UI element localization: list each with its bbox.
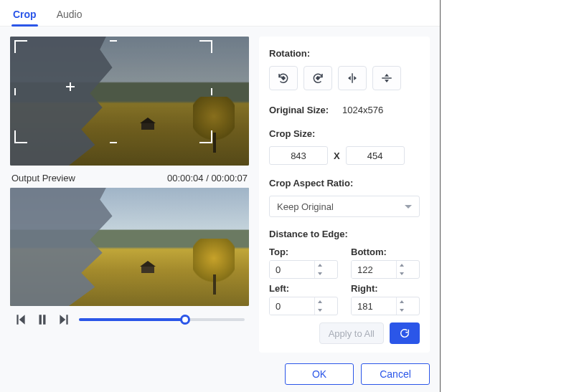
edge-top-label: Top: — [269, 247, 338, 257]
flip-horizontal-button[interactable] — [338, 66, 367, 90]
flip-vertical-button[interactable] — [372, 66, 401, 90]
stepper-up-icon[interactable] — [315, 297, 324, 306]
flip-horizontal-icon — [346, 72, 359, 85]
stepper-up-icon[interactable] — [397, 297, 406, 306]
edge-bottom-label: Bottom: — [351, 247, 420, 257]
edge-right-label: Right: — [351, 283, 420, 294]
aspect-ratio-label: Crop Aspect Ratio: — [269, 178, 420, 188]
next-frame-button[interactable] — [57, 313, 70, 326]
crop-handle-bl[interactable] — [14, 130, 27, 143]
crop-handle-bottom[interactable] — [110, 142, 117, 143]
stepper-down-icon[interactable] — [315, 306, 324, 315]
tab-bar: Crop Audio — [0, 0, 440, 27]
original-size-label: Original Size: — [269, 105, 335, 115]
edge-left-label: Left: — [269, 283, 338, 294]
crop-center-icon — [66, 82, 75, 91]
edge-left-input[interactable] — [269, 297, 338, 315]
crop-handle-tl[interactable] — [14, 40, 27, 53]
crop-handle-right[interactable] — [211, 88, 212, 95]
crop-canvas[interactable] — [10, 37, 249, 166]
crop-handle-br[interactable] — [199, 130, 212, 143]
pause-button[interactable] — [36, 313, 49, 326]
crop-handle-top[interactable] — [110, 40, 117, 42]
edge-top-input[interactable] — [269, 260, 338, 279]
chevron-down-icon — [405, 205, 412, 209]
size-separator: X — [332, 150, 342, 161]
crop-height-input[interactable] — [346, 146, 405, 165]
stepper-down-icon[interactable] — [315, 269, 324, 278]
aspect-ratio-select[interactable]: Keep Original — [269, 196, 420, 217]
stepper-up-icon[interactable] — [397, 261, 406, 269]
original-size-value: 1024x576 — [342, 105, 383, 115]
output-preview — [10, 188, 249, 306]
prev-frame-button[interactable] — [14, 313, 27, 326]
edge-top-field[interactable] — [270, 261, 314, 278]
rotate-ccw-button[interactable] — [269, 66, 298, 90]
output-preview-label: Output Preview — [11, 173, 75, 183]
seek-slider[interactable] — [79, 315, 245, 324]
cancel-button[interactable]: Cancel — [361, 363, 430, 385]
stepper-down-icon[interactable] — [397, 269, 406, 278]
rotate-ccw-icon — [277, 72, 290, 85]
crop-size-label: Crop Size: — [269, 128, 420, 139]
seek-thumb[interactable] — [180, 315, 190, 325]
tab-audio[interactable]: Audio — [55, 6, 84, 26]
stepper-up-icon[interactable] — [315, 261, 324, 269]
tab-crop[interactable]: Crop — [11, 6, 38, 26]
crop-handle-tr[interactable] — [199, 40, 212, 53]
flip-vertical-icon — [380, 72, 393, 85]
aspect-ratio-value: Keep Original — [277, 201, 334, 212]
distance-label: Distance to Edge: — [269, 229, 420, 239]
crop-frame[interactable] — [14, 39, 213, 144]
settings-panel: Rotation: Original Size: 1024x576 — [259, 37, 430, 353]
rotation-label: Rotation: — [269, 48, 420, 59]
rotate-cw-button[interactable] — [304, 66, 332, 90]
stepper-down-icon[interactable] — [397, 306, 406, 315]
edge-bottom-input[interactable] — [351, 260, 420, 279]
crop-width-input[interactable] — [269, 146, 328, 165]
ok-button[interactable]: OK — [285, 363, 354, 385]
crop-handle-left[interactable] — [14, 88, 16, 95]
refresh-icon — [399, 328, 410, 339]
playback-controls — [10, 306, 249, 326]
edge-bottom-field[interactable] — [352, 261, 396, 278]
apply-to-all-button[interactable]: Apply to All — [319, 322, 384, 344]
rotate-cw-icon — [311, 72, 324, 85]
edge-right-input[interactable] — [351, 297, 420, 315]
reset-button[interactable] — [390, 322, 420, 344]
edge-left-field[interactable] — [270, 297, 314, 315]
edge-right-field[interactable] — [352, 297, 396, 315]
time-display: 00:00:04 / 00:00:07 — [167, 173, 248, 183]
crop-dialog: Crop Audio — [0, 0, 441, 392]
